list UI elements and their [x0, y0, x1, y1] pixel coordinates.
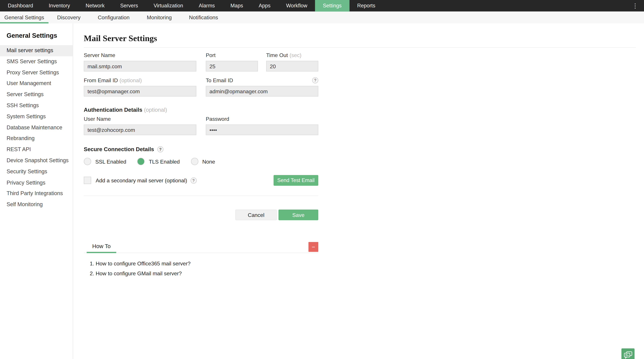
sidebar-item-third-party-integrations[interactable]: Third Party Integrations	[0, 188, 72, 200]
port-input[interactable]: 25	[206, 61, 258, 72]
sidebar-item-database-maintenance[interactable]: Database Maintenance	[0, 122, 72, 133]
tab-configuration[interactable]: Configuration	[89, 12, 138, 24]
server-name-input[interactable]: mail.smtp.com	[84, 61, 196, 72]
howto-tab-row: How To −	[84, 242, 318, 253]
username-input[interactable]: test@zohocorp.com	[84, 124, 196, 135]
kebab-menu-icon[interactable]: ⋮	[626, 0, 644, 12]
sidebar-item-rebranding[interactable]: Rebranding	[0, 133, 72, 144]
secure-connection-options: SSL Enabled TLS Enabled None	[84, 158, 318, 165]
tab-general-settings[interactable]: General Settings	[0, 12, 48, 24]
nav-item-alarms[interactable]: Alarms	[191, 0, 223, 12]
cancel-button[interactable]: Cancel	[235, 210, 277, 220]
nav-item-virtualization[interactable]: Virtualization	[146, 0, 191, 12]
sidebar-item-mail-server-settings[interactable]: Mail server settings	[0, 45, 72, 56]
sidebar-item-security-settings[interactable]: Security Settings	[0, 166, 72, 177]
settings-sub-navigation: General Settings Discovery Configuration…	[0, 12, 644, 24]
to-email-label: To Email ID?	[206, 77, 318, 84]
sidebar-item-ssh-settings[interactable]: SSH Settings	[0, 100, 72, 112]
password-input[interactable]: ••••	[206, 124, 318, 135]
sidebar-item-sms-server-settings[interactable]: SMS Server Settings	[0, 56, 72, 67]
howto-tab[interactable]: How To	[87, 242, 116, 253]
sidebar-item-system-settings[interactable]: System Settings	[0, 111, 72, 122]
howto-link-gmail[interactable]: How to configure GMail mail server?	[96, 270, 318, 276]
collapse-howto-button[interactable]: −	[308, 242, 318, 252]
sidebar-list: Mail server settings SMS Server Settings…	[0, 45, 72, 210]
chat-bubbles-icon	[624, 351, 632, 359]
to-email-input[interactable]: admin@opmanager.com	[206, 86, 318, 97]
secondary-mail-help-icon[interactable]: ?	[190, 177, 196, 184]
from-email-input[interactable]: test@opmanager.com	[84, 86, 196, 97]
form-actions: Cancel Save	[84, 210, 318, 220]
timeout-input[interactable]: 20	[266, 61, 318, 72]
howto-section: How To − How to configure Office365 mail…	[84, 242, 318, 276]
radio-option-ssl-enabled[interactable]: SSL Enabled	[84, 158, 126, 165]
nav-item-reports[interactable]: Reports	[349, 0, 383, 12]
howto-list: How to configure Office365 mail server? …	[96, 260, 318, 277]
radio-label-none: None	[202, 158, 215, 164]
secure-connection-heading: Secure Connection Details ?	[84, 146, 318, 152]
nav-item-inventory[interactable]: Inventory	[41, 0, 78, 12]
authentication-details-heading: Authentication Details (optional)	[84, 107, 318, 113]
nav-item-servers[interactable]: Servers	[112, 0, 146, 12]
username-label: User Name	[84, 116, 196, 122]
server-name-label: Server Name	[84, 52, 196, 58]
sidebar-item-rest-api[interactable]: REST API	[0, 144, 72, 155]
secure-connection-help-icon[interactable]: ?	[157, 146, 164, 152]
nav-item-settings[interactable]: Settings	[315, 0, 350, 12]
app-root: Dashboard Inventory Network Servers Virt…	[0, 0, 644, 359]
radio-label-ssl: SSL Enabled	[95, 158, 126, 164]
sidebar-item-device-snapshot-settings[interactable]: Device Snapshot Settings	[0, 155, 72, 166]
general-settings-sidebar: General Settings Mail server settings SM…	[0, 24, 73, 359]
sidebar-title: General Settings	[6, 32, 72, 40]
sidebar-item-self-monitoring[interactable]: Self Monitoring	[0, 199, 72, 210]
top-navigation: Dashboard Inventory Network Servers Virt…	[0, 0, 644, 12]
nav-item-apps[interactable]: Apps	[251, 0, 278, 12]
radio-label-tls: TLS Enabled	[149, 158, 180, 164]
tab-monitoring[interactable]: Monitoring	[138, 12, 180, 24]
send-test-email-button[interactable]: Send Test Email	[274, 175, 318, 186]
mail-server-settings-panel: Mail Server Settings Server Name mail.sm…	[73, 24, 644, 359]
radio-icon-ssl[interactable]	[84, 158, 91, 165]
port-label: Port	[206, 52, 258, 58]
sidebar-item-user-management[interactable]: User Management	[0, 78, 72, 89]
sidebar-item-server-settings[interactable]: Server Settings	[0, 89, 72, 100]
chat-feedback-button[interactable]	[621, 348, 634, 359]
mail-server-form: Server Name mail.smtp.com Port 25 Time O…	[84, 52, 318, 276]
nav-item-maps[interactable]: Maps	[223, 0, 251, 12]
page-body: General Settings Mail server settings SM…	[0, 24, 644, 359]
sidebar-item-privacy-settings[interactable]: Privacy Settings	[0, 177, 72, 188]
timeout-unit: (sec)	[290, 52, 301, 58]
nav-item-network[interactable]: Network	[78, 0, 112, 12]
radio-option-none[interactable]: None	[191, 158, 215, 165]
save-button[interactable]: Save	[278, 210, 318, 220]
sidebar-item-proxy-server-settings[interactable]: Proxy Server Settings	[0, 67, 72, 78]
secondary-mail-server-row: Add a secondary mail server (optional) ?…	[84, 175, 318, 186]
secondary-mail-label: Add a secondary mail server (optional)	[96, 177, 187, 184]
tab-discovery[interactable]: Discovery	[48, 12, 89, 24]
page-title: Mail Server Settings	[84, 34, 636, 43]
timeout-label: Time Out(sec)	[266, 52, 318, 58]
radio-icon-none[interactable]	[191, 158, 198, 165]
nav-item-dashboard[interactable]: Dashboard	[0, 0, 41, 12]
radio-icon-tls-selected[interactable]	[137, 158, 145, 165]
from-email-label: From Email ID(optional)	[84, 77, 196, 84]
to-email-help-icon[interactable]: ?	[312, 77, 318, 84]
nav-item-workflow[interactable]: Workflow	[278, 0, 315, 12]
secondary-mail-checkbox[interactable]	[84, 177, 91, 184]
howto-link-office365[interactable]: How to configure Office365 mail server?	[96, 260, 318, 267]
tab-notifications[interactable]: Notifications	[180, 12, 226, 24]
radio-option-tls-enabled[interactable]: TLS Enabled	[137, 158, 180, 165]
form-divider	[84, 196, 318, 196]
title-divider	[84, 47, 636, 48]
authentication-optional: (optional)	[144, 107, 167, 113]
from-email-optional: (optional)	[120, 77, 142, 84]
password-label: Password	[206, 116, 318, 122]
